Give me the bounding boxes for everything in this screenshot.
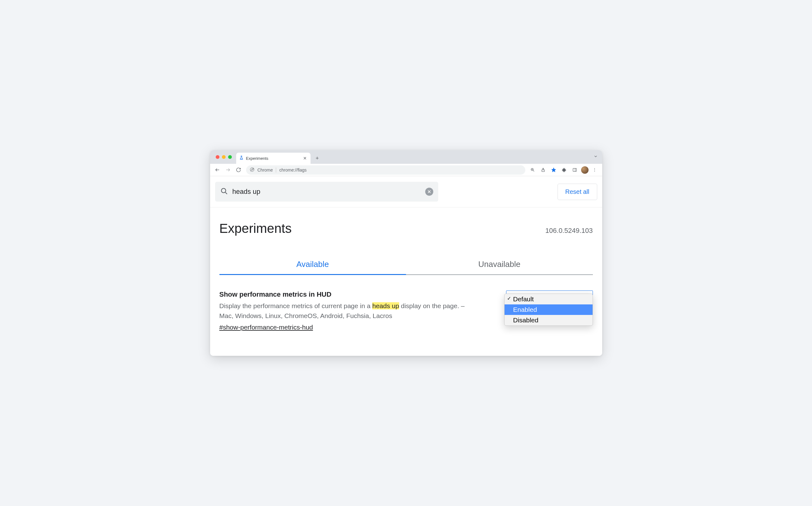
tab-title: Experiments	[246, 156, 300, 161]
maximize-window-button[interactable]	[228, 155, 232, 159]
svg-marker-12	[552, 168, 556, 172]
omnibox-separator	[276, 168, 276, 172]
flag-anchor-link[interactable]: #show-performance-metrics-hud	[219, 324, 313, 331]
browser-tab[interactable]: Experiments ✕	[236, 153, 310, 164]
flags-search-input[interactable]	[232, 188, 421, 196]
flags-search-box	[215, 182, 438, 201]
svg-point-3	[251, 169, 253, 170]
svg-line-19	[225, 192, 227, 194]
browser-toolbar: Chrome chrome://flags	[210, 164, 602, 176]
bookmark-star-icon[interactable]	[549, 166, 558, 174]
svg-rect-13	[573, 168, 577, 172]
svg-point-17	[594, 171, 595, 172]
zoom-icon[interactable]	[528, 166, 537, 174]
new-tab-button[interactable]: +	[313, 154, 322, 163]
omnibox-scheme-label: Chrome	[257, 168, 273, 172]
page-title: Experiments	[219, 221, 292, 236]
flag-option-enabled[interactable]: Enabled	[505, 305, 593, 315]
flag-title: Show performance metrics in HUD	[219, 290, 477, 299]
minimize-window-button[interactable]	[222, 155, 226, 159]
tab-available[interactable]: Available	[219, 255, 406, 275]
chrome-icon	[250, 167, 254, 173]
svg-line-6	[252, 168, 253, 170]
flag-desc-highlight: heads up	[372, 302, 399, 309]
extensions-icon[interactable]	[560, 166, 569, 174]
tab-strip: Experiments ✕ +	[210, 150, 602, 164]
page-content: Reset all Experiments 106.0.5249.103 Ava…	[210, 176, 602, 356]
svg-point-16	[594, 170, 595, 170]
svg-point-15	[594, 168, 595, 169]
side-panel-icon[interactable]	[571, 166, 579, 174]
search-icon	[220, 187, 228, 196]
close-window-button[interactable]	[216, 155, 219, 159]
forward-button[interactable]	[224, 166, 232, 174]
flag-tabs: Available Unavailable	[219, 255, 593, 275]
heading-row: Experiments 106.0.5249.103	[210, 207, 602, 239]
reload-button[interactable]	[234, 166, 243, 174]
share-icon[interactable]	[539, 166, 547, 174]
flag-select-dropdown: Default Enabled Disabled	[504, 293, 593, 326]
tab-search-icon[interactable]	[593, 154, 598, 160]
svg-line-8	[533, 170, 534, 171]
chrome-version: 106.0.5249.103	[545, 227, 593, 235]
flag-description: Display the performance metrics of curre…	[219, 301, 477, 321]
browser-window: Experiments ✕ + Chrome chrome://flags	[210, 150, 602, 356]
omnibox-url: chrome://flags	[279, 168, 521, 172]
flag-option-disabled[interactable]: Disabled	[505, 315, 593, 326]
profile-avatar[interactable]	[581, 166, 589, 174]
kebab-menu-icon[interactable]	[590, 166, 599, 174]
search-row: Reset all	[210, 176, 602, 207]
address-bar[interactable]: Chrome chrome://flags	[246, 165, 525, 175]
svg-point-18	[221, 188, 226, 193]
window-controls	[216, 155, 232, 159]
back-button[interactable]	[213, 166, 222, 174]
reset-all-button[interactable]: Reset all	[558, 184, 597, 200]
close-tab-icon[interactable]: ✕	[302, 156, 307, 161]
flag-entry: Show performance metrics in HUD Display …	[210, 275, 602, 331]
tab-unavailable[interactable]: Unavailable	[406, 255, 593, 275]
flag-main: Show performance metrics in HUD Display …	[219, 290, 477, 331]
clear-search-icon[interactable]	[425, 188, 433, 196]
flag-desc-before: Display the performance metrics of curre…	[219, 302, 373, 309]
toolbar-actions	[528, 166, 599, 174]
flask-icon	[239, 156, 244, 161]
flag-option-default[interactable]: Default	[505, 294, 593, 305]
